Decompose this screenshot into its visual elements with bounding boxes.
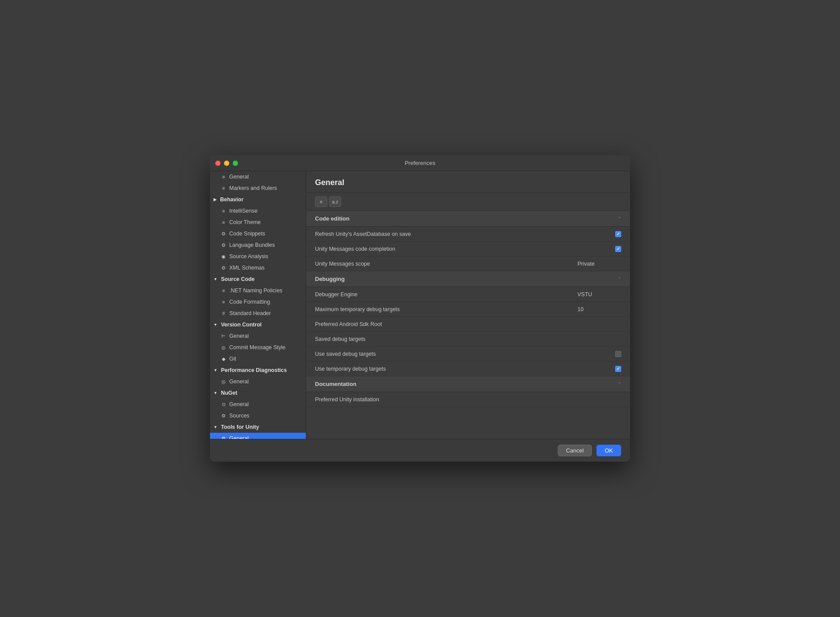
sidebar-item-tfu-general[interactable]: ⚙General: [210, 433, 306, 439]
setting-row-refresh-assetdb[interactable]: Refresh Unity's AssetDatabase on save: [306, 227, 630, 242]
sidebar-item-label: Color Theme: [229, 219, 261, 225]
setting-row-max-debug-targets[interactable]: Maximum temporary debug targets10: [306, 302, 630, 317]
page-title: General: [315, 178, 621, 187]
setting-row-debugger-engine[interactable]: Debugger EngineVSTU: [306, 287, 630, 302]
sidebar-item-icon: ⚙: [220, 231, 227, 237]
sidebar-item-label: Language Bundles: [229, 242, 275, 248]
sidebar-item-icon: ⊢: [220, 333, 227, 339]
chevron-icon: ▼: [214, 277, 217, 281]
sidebar-item-net-naming[interactable]: ≡.NET Naming Policies: [210, 285, 306, 296]
setting-checkbox[interactable]: [615, 351, 621, 357]
sidebar-item-perf-diagnostics[interactable]: ▼Performance Diagnostics: [210, 365, 306, 376]
sidebar-item-icon: ≡: [220, 299, 227, 305]
toolbar: ≡ a.z: [306, 193, 630, 211]
sidebar-item-label: Commit Message Style: [229, 344, 286, 351]
sidebar-item-label: IntelliSense: [229, 208, 258, 214]
sidebar-item-code-formatting[interactable]: ≡Code Formatting: [210, 296, 306, 308]
section-header-debugging[interactable]: Debugging⌃: [306, 271, 630, 287]
main-content: ≡General≡Markers and Rulers▶Behavior≡Int…: [210, 171, 630, 439]
az-sort-button[interactable]: a.z: [329, 196, 341, 207]
sidebar-item-color-theme[interactable]: ≡Color Theme: [210, 217, 306, 228]
section-header-documentation[interactable]: Documentation⌃: [306, 376, 630, 392]
content-header: General: [306, 171, 630, 193]
sidebar-item-source-code[interactable]: ▼Source Code: [210, 273, 306, 285]
grid-view-button[interactable]: ≡: [315, 196, 327, 207]
sidebar-item-icon: ⚙: [220, 242, 227, 248]
chevron-icon: ▼: [214, 391, 217, 395]
section-title: Code edition: [315, 215, 618, 222]
sidebar-item-icon: ⚙: [220, 265, 227, 271]
setting-row-use-saved-debug[interactable]: Use saved debug targets: [306, 347, 630, 361]
sidebar-item-xml-schemas[interactable]: ⚙XML Schemas: [210, 262, 306, 273]
setting-row-android-sdk-root[interactable]: Preferred Android Sdk Root: [306, 317, 630, 332]
sidebar-item-label: Behavior: [220, 196, 244, 203]
setting-label: Unity Messages code completion: [315, 246, 615, 252]
sidebar-item-perf-general[interactable]: ◎General: [210, 376, 306, 387]
sidebar-item-language-bundles[interactable]: ⚙Language Bundles: [210, 239, 306, 251]
sidebar-item-icon: ◆: [220, 356, 227, 362]
setting-checkbox[interactable]: [615, 231, 621, 237]
sidebar-item-nuget[interactable]: ▼NuGet: [210, 387, 306, 399]
sidebar-item-code-snippets[interactable]: ⚙Code Snippets: [210, 228, 306, 239]
sidebar-item-label: Git: [229, 356, 236, 362]
setting-value: 10: [578, 306, 621, 312]
setting-label: Preferred Unity installation: [315, 396, 621, 403]
section-chevron-icon: ⌃: [618, 216, 621, 221]
setting-row-unity-messages-scope[interactable]: Unity Messages scopePrivate: [306, 256, 630, 271]
sidebar-item-label: Source Analysis: [229, 253, 268, 259]
setting-label: Unity Messages scope: [315, 261, 578, 267]
cancel-button[interactable]: Cancel: [558, 445, 592, 456]
setting-row-saved-debug-targets[interactable]: Saved debug targets: [306, 332, 630, 347]
close-button[interactable]: [215, 161, 220, 166]
sidebar-item-label: Version Control: [221, 322, 262, 328]
traffic-lights: [215, 161, 238, 166]
sidebar-item-nuget-general[interactable]: ⊙General: [210, 399, 306, 410]
setting-label: Debugger Engine: [315, 291, 578, 298]
sidebar-item-label: Standard Header: [229, 310, 271, 316]
setting-checkbox[interactable]: [615, 366, 621, 372]
minimize-button[interactable]: [224, 161, 229, 166]
sidebar-item-icon: ≡: [220, 174, 227, 180]
sidebar-item-label: Code Formatting: [229, 299, 270, 305]
sidebar-item-behavior[interactable]: ▶Behavior: [210, 194, 306, 205]
window-title: Preferences: [405, 160, 435, 166]
sidebar-item-label: Code Snippets: [229, 231, 265, 237]
setting-label: Refresh Unity's AssetDatabase on save: [315, 231, 615, 237]
setting-label: Preferred Android Sdk Root: [315, 321, 621, 327]
sidebar-item-tools-for-unity[interactable]: ▼Tools for Unity: [210, 421, 306, 433]
sidebar-item-label: General: [229, 333, 248, 339]
maximize-button[interactable]: [233, 161, 238, 166]
section-header-code-edition[interactable]: Code edition⌃: [306, 211, 630, 227]
sidebar-item-vc-general[interactable]: ⊢General: [210, 330, 306, 342]
sidebar-item-label: Source Code: [221, 276, 255, 282]
sidebar-item-icon: ⚙: [220, 435, 227, 439]
sidebar-item-version-control[interactable]: ▼Version Control: [210, 319, 306, 330]
setting-checkbox[interactable]: [615, 246, 621, 252]
section-title: Documentation: [315, 381, 618, 387]
sidebar-item-standard-header[interactable]: #Standard Header: [210, 308, 306, 319]
sidebar-item-markers-rulers[interactable]: ≡Markers and Rulers: [210, 182, 306, 194]
grid-icon: ≡: [320, 199, 322, 204]
settings-content: Code edition⌃Refresh Unity's AssetDataba…: [306, 211, 630, 439]
sidebar-item-general-top[interactable]: ≡General: [210, 171, 306, 182]
setting-value: Private: [578, 261, 621, 267]
sidebar-item-label: General: [229, 435, 248, 439]
sidebar-item-label: Markers and Rulers: [229, 185, 277, 191]
sidebar-item-commit-message[interactable]: ◎Commit Message Style: [210, 342, 306, 353]
sidebar-item-sources[interactable]: ⚙Sources: [210, 410, 306, 421]
ok-button[interactable]: OK: [596, 445, 621, 456]
sidebar-item-icon: ≡: [220, 219, 227, 225]
setting-row-unity-messages-completion[interactable]: Unity Messages code completion: [306, 242, 630, 256]
sidebar-item-intellisense[interactable]: ≡IntelliSense: [210, 205, 306, 217]
sidebar-item-label: General: [229, 379, 248, 385]
setting-row-use-temp-debug[interactable]: Use temporary debug targets: [306, 361, 630, 376]
sidebar-item-icon: ≡: [220, 287, 227, 294]
sidebar-item-source-analysis[interactable]: ◉Source Analysis: [210, 251, 306, 262]
sidebar-item-git[interactable]: ◆Git: [210, 353, 306, 365]
setting-label: Use temporary debug targets: [315, 366, 615, 372]
sidebar-item-label: .NET Naming Policies: [229, 287, 282, 294]
sidebar-item-label: Tools for Unity: [221, 424, 259, 430]
setting-label: Saved debug targets: [315, 336, 621, 342]
preferences-window: Preferences ≡General≡Markers and Rulers▶…: [210, 155, 630, 462]
setting-row-preferred-unity-install[interactable]: Preferred Unity installation: [306, 392, 630, 407]
